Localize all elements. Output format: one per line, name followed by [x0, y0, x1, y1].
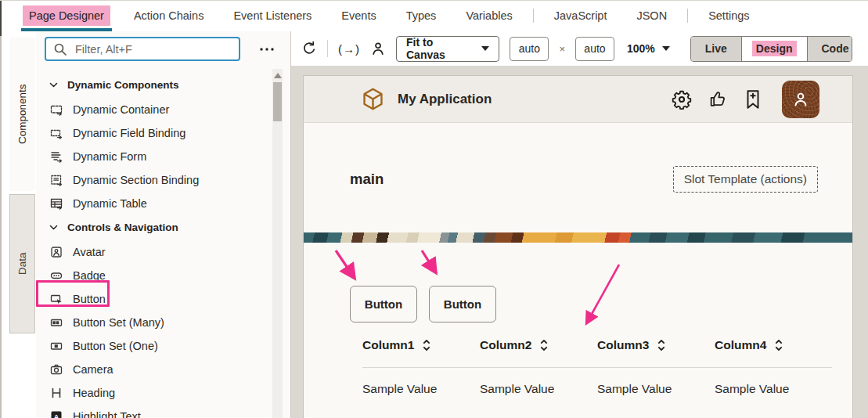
sort-chevrons-icon[interactable]	[539, 339, 549, 351]
column-header-label: Column3	[597, 338, 649, 352]
column-header-label: Column2	[480, 338, 531, 352]
gear-icon[interactable]	[672, 89, 692, 110]
tab-label: Types	[400, 5, 443, 26]
component-item-button-set-one[interactable]: Button Set (One)	[36, 334, 290, 358]
mode-label: Code	[818, 41, 853, 56]
component-item-label: Dynamic Field Binding	[73, 127, 185, 139]
canvas-height-input[interactable]	[575, 37, 614, 61]
search-icon	[53, 42, 67, 56]
mode-design[interactable]: Design	[741, 37, 807, 61]
tab-json[interactable]: JSON	[621, 0, 682, 31]
tab-page-designer[interactable]: Page Designer	[14, 0, 119, 31]
component-item-dynamic-form[interactable]: Dynamic Form	[36, 145, 290, 168]
mode-live[interactable]: Live	[691, 37, 741, 61]
window-left-edge	[0, 0, 2, 418]
tab-action-chains[interactable]: Action Chains	[119, 0, 218, 31]
tab-variables[interactable]: Variables	[451, 0, 527, 31]
component-item-heading[interactable]: Heading	[36, 381, 290, 405]
column-header-column2[interactable]: Column2	[480, 338, 597, 352]
code-arrow-icon[interactable]: (→)	[338, 42, 360, 56]
preview-button-1[interactable]: Button	[350, 286, 417, 323]
sort-chevrons-icon[interactable]	[657, 339, 666, 351]
chevron-down-icon	[662, 46, 670, 51]
app-header-actions	[672, 81, 819, 118]
sort-chevrons-icon[interactable]	[774, 339, 783, 351]
component-item-highlight-text[interactable]: AHighlight Text	[36, 405, 290, 418]
component-item-dynamic-container[interactable]: Dynamic Container	[36, 98, 290, 121]
component-item-camera[interactable]: Camera	[36, 358, 290, 381]
heading-icon	[50, 387, 63, 399]
component-item-button-set-many[interactable]: Button Set (Many)	[36, 311, 290, 334]
ellipsis-icon[interactable]	[259, 47, 275, 52]
table-cell: Sample Value	[597, 382, 715, 396]
fit-to-canvas-value: Fit to Canvas	[406, 36, 469, 61]
column-header-label: Column1	[362, 338, 414, 352]
component-item-dynamic-section-binding[interactable]: Dynamic Section Binding	[36, 168, 290, 192]
chevron-down-icon[interactable]	[49, 80, 59, 90]
component-item-avatar[interactable]: Avatar	[36, 240, 290, 264]
tab-types[interactable]: Types	[391, 0, 452, 31]
tab-events[interactable]: Events	[326, 0, 391, 31]
design-canvas-region: (→) Fit to Canvas × 100% LiveDesignCode …	[290, 31, 868, 418]
panel-scrollbar[interactable]	[272, 69, 283, 418]
tab-label: JavaScript	[548, 5, 614, 26]
refresh-icon[interactable]	[301, 41, 317, 56]
chevron-down-icon[interactable]	[49, 222, 59, 232]
highlight-text-icon: A	[50, 410, 63, 418]
component-filter-input[interactable]	[74, 42, 232, 56]
component-item-label: Highlight Text	[73, 410, 141, 418]
editor-tab-bar: Page DesignerAction ChainsEvent Listener…	[0, 0, 868, 31]
column-header-column1[interactable]: Column1	[362, 338, 480, 352]
zoom-value: 100%	[627, 42, 655, 55]
tab-javascript[interactable]: JavaScript	[539, 0, 622, 31]
column-header-column4[interactable]: Column4	[715, 338, 832, 352]
mode-switch: LiveDesignCode	[690, 36, 852, 62]
component-item-dynamic-field-binding[interactable]: Dynamic Field Binding	[36, 121, 290, 145]
component-item-label: Dynamic Form	[73, 150, 146, 163]
left-rail: ComponentsData	[0, 31, 36, 418]
editor-tabs: Page DesignerAction ChainsEvent Listener…	[14, 0, 765, 31]
preview-table: Column1Column2Column3Column4 Sample Valu…	[362, 333, 832, 418]
bookmark-add-icon[interactable]	[744, 89, 762, 110]
table-row: Sample ValueSample ValueSample ValueSamp…	[362, 368, 832, 409]
mode-label: Design	[752, 41, 797, 56]
component-item-badge[interactable]: Badge	[36, 264, 290, 287]
slot-template-placeholder[interactable]: Slot Template (actions)	[673, 166, 818, 193]
tree-section-header[interactable]: Controls & Navigation	[36, 215, 290, 240]
user-icon[interactable]	[370, 41, 386, 56]
preview-button-2[interactable]: Button	[429, 286, 496, 323]
component-filter-field[interactable]	[45, 37, 240, 61]
tree-section-title: Dynamic Components	[67, 79, 179, 91]
tree-section-title: Controls & Navigation	[67, 222, 178, 233]
scrollbar-up-arrow[interactable]	[274, 73, 282, 78]
zoom-dropdown[interactable]: 100%	[627, 42, 670, 55]
window-top-line	[0, 0, 868, 1]
tab-event-listeners[interactable]: Event Listeners	[218, 0, 326, 31]
table-cell: Sample Value	[480, 382, 597, 396]
chevron-down-icon	[481, 46, 489, 51]
page-title-row: main Slot Template (actions)	[304, 166, 852, 193]
window-left-edge-dark	[0, 0, 2, 36]
column-header-column3[interactable]: Column3	[597, 338, 715, 352]
user-avatar[interactable]	[782, 81, 819, 118]
mode-label: Live	[701, 41, 731, 56]
fit-to-canvas-dropdown[interactable]: Fit to Canvas	[396, 36, 499, 62]
thumbs-up-icon[interactable]	[708, 89, 728, 109]
scrollbar-thumb[interactable]	[273, 82, 282, 121]
rail-tab-data[interactable]: Data	[9, 194, 35, 333]
mode-code[interactable]: Code	[807, 37, 853, 61]
button-set-one-icon	[50, 340, 63, 352]
sort-chevrons-icon[interactable]	[422, 339, 431, 351]
table-cell: Sample Value	[715, 382, 832, 396]
components-panel: Dynamic ComponentsDynamic ContainerDynam…	[36, 31, 290, 418]
dynamic-table-icon	[50, 197, 63, 210]
canvas-width-input[interactable]	[510, 37, 549, 61]
component-item-label: Dynamic Section Binding	[73, 174, 199, 186]
component-item-label: Avatar	[73, 246, 106, 258]
tree-section-header[interactable]: Dynamic Components	[36, 73, 290, 98]
component-item-button[interactable]: Button	[36, 287, 290, 311]
component-item-dynamic-table[interactable]: Dynamic Table	[36, 192, 290, 215]
svg-text:A: A	[54, 413, 59, 418]
rail-tab-components[interactable]: Components	[9, 38, 35, 191]
tab-settings[interactable]: Settings	[693, 0, 764, 31]
